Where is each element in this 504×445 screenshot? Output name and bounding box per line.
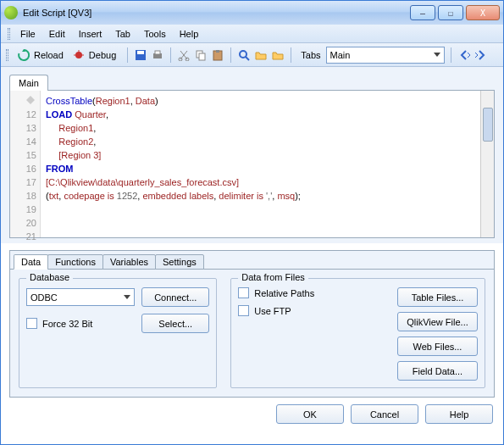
tabs-label: Tabs (301, 50, 320, 60)
table-files-button[interactable]: Table Files... (397, 287, 478, 307)
field-data-button[interactable]: Field Data... (397, 361, 478, 381)
tabs-value: Main (330, 50, 351, 60)
panel-tabs: Data Functions Variables Settings (10, 251, 494, 270)
svg-rect-7 (155, 51, 160, 54)
svg-point-14 (240, 51, 246, 58)
driver-dropdown[interactable]: ODBC (26, 288, 135, 306)
menu-help[interactable]: Help (180, 29, 199, 39)
search-icon[interactable] (237, 48, 251, 62)
database-legend: Database (26, 272, 73, 282)
files-group: Data from Files Relative Paths Use FTP T… (230, 278, 485, 388)
reload-icon[interactable] (17, 48, 30, 62)
svg-rect-13 (216, 50, 219, 53)
app-icon (4, 6, 18, 19)
minimize-button[interactable]: — (410, 5, 435, 20)
menu-bar: File Edit Insert Tab Tools Help (1, 25, 503, 43)
tab-next-icon[interactable] (474, 48, 488, 62)
tabs-dropdown[interactable]: Main (326, 47, 445, 64)
files-legend: Data from Files (238, 272, 308, 282)
cancel-button[interactable]: Cancel (351, 404, 418, 424)
folder-icon[interactable] (254, 48, 268, 62)
scrollbar[interactable] (480, 91, 494, 237)
toolbar: Reload Debug Tabs Main (1, 43, 503, 67)
script-tab-main[interactable]: Main (9, 75, 48, 91)
svg-line-15 (246, 57, 249, 60)
qlikview-file-button[interactable]: QlikView File... (397, 312, 478, 331)
bookmark-icon (10, 94, 36, 108)
menu-file[interactable]: File (20, 29, 36, 39)
dialog-footer: OK Cancel Help (1, 398, 503, 431)
close-button[interactable]: X (466, 5, 500, 20)
connect-button[interactable]: Connect... (141, 287, 209, 307)
window-title: Edit Script [QV3] (23, 8, 407, 18)
code-content[interactable]: CrossTable(Region1, Data)LOAD Quarter, R… (41, 91, 480, 237)
svg-point-0 (75, 52, 82, 58)
save-icon[interactable] (134, 48, 147, 62)
use-ftp-checkbox[interactable]: Use FTP (238, 305, 291, 316)
select-button[interactable]: Select... (141, 314, 209, 333)
line-gutter: 12131415161718192021 (10, 91, 41, 237)
edit-script-window: Edit Script [QV3] — ☐ X File Edit Insert… (0, 0, 504, 445)
debug-button[interactable]: Debug (89, 50, 116, 60)
tab-functions[interactable]: Functions (47, 254, 103, 270)
scroll-thumb[interactable] (483, 108, 493, 142)
menu-grip (8, 28, 10, 40)
ok-button[interactable]: OK (276, 404, 344, 424)
database-group: Database ODBC Connect... Force 32 Bit Se… (19, 278, 217, 388)
tab-data[interactable]: Data (14, 254, 48, 270)
relative-paths-checkbox[interactable]: Relative Paths (238, 287, 314, 298)
force32-checkbox[interactable]: Force 32 Bit (26, 318, 135, 329)
maximize-button[interactable]: ☐ (438, 5, 463, 20)
help-button[interactable]: Help (425, 404, 493, 424)
print-icon[interactable] (151, 48, 164, 62)
menu-edit[interactable]: Edit (49, 29, 65, 39)
tb-grip (6, 49, 8, 61)
chevron-down-icon (434, 53, 440, 57)
titlebar[interactable]: Edit Script [QV3] — ☐ X (1, 1, 503, 25)
code-editor[interactable]: 12131415161718192021 CrossTable(Region1,… (9, 90, 495, 238)
svg-rect-11 (199, 53, 205, 60)
menu-insert[interactable]: Insert (79, 29, 102, 39)
paste-icon[interactable] (211, 48, 224, 62)
tab-prev-icon[interactable] (457, 48, 471, 62)
tab-variables[interactable]: Variables (102, 254, 156, 270)
menu-tools[interactable]: Tools (144, 29, 166, 39)
folder2-icon[interactable] (271, 48, 285, 62)
reload-button[interactable]: Reload (34, 50, 64, 60)
web-files-button[interactable]: Web Files... (397, 337, 478, 356)
debug-icon[interactable] (72, 48, 86, 62)
bottom-panel: Data Functions Variables Settings Databa… (9, 250, 495, 398)
cut-icon[interactable] (177, 48, 191, 62)
chevron-down-icon (124, 295, 130, 299)
menu-tab[interactable]: Tab (115, 29, 130, 39)
svg-rect-5 (137, 51, 144, 54)
checkbox-icon (26, 318, 37, 329)
tab-settings[interactable]: Settings (155, 254, 204, 270)
copy-icon[interactable] (194, 48, 208, 62)
editor-area: Main 12131415161718192021 CrossTable(Reg… (1, 67, 503, 243)
